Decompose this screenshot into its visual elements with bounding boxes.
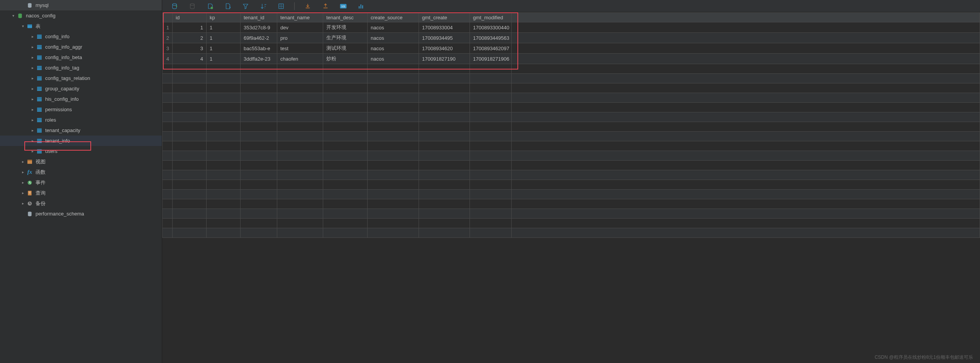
cell-create_source[interactable]: nacos [368, 33, 419, 43]
col-header-create_source[interactable]: create_source [368, 13, 419, 22]
import-icon[interactable] [303, 2, 312, 11]
abc-icon[interactable]: 101 [339, 2, 348, 11]
cell-create_source[interactable]: nacos [368, 22, 419, 33]
chevron-right-icon[interactable]: ▸ [29, 34, 36, 39]
tree-item-config_info_beta[interactable]: ▸config_info_beta [0, 52, 162, 63]
chevron-right-icon[interactable]: ▸ [19, 170, 26, 174]
cell-create_source[interactable]: nacos [368, 43, 419, 54]
tree-item-备份[interactable]: ▸备份 [0, 198, 162, 209]
tree-item-users[interactable]: ▸users [0, 146, 162, 156]
tree-item-视图[interactable]: ▸视图 [0, 156, 162, 167]
chevron-right-icon[interactable]: ▸ [29, 45, 36, 49]
tree-item-config_info_tag[interactable]: ▸config_info_tag [0, 63, 162, 73]
cell-id[interactable]: 4 [173, 54, 207, 64]
cell-gmt_create[interactable]: 170091827190 [419, 54, 470, 64]
cell-gmt_modified[interactable]: 1700893462097 [470, 43, 512, 54]
commit-icon[interactable] [205, 2, 215, 11]
tree-item-permissions[interactable]: ▸permissions [0, 104, 162, 115]
tree-item-group_capacity[interactable]: ▸group_capacity [0, 83, 162, 94]
table-row[interactable]: 22169f9a462-2pro生产环境nacos170089344951700… [163, 33, 980, 43]
chevron-right-icon[interactable]: ▸ [29, 97, 36, 101]
tree-item-his_config_info[interactable]: ▸his_config_info [0, 94, 162, 104]
cell-tenant_id[interactable]: 69f9a462-2 [241, 33, 277, 43]
chevron-right-icon[interactable]: ▸ [29, 128, 36, 132]
tree-item-config_tags_relation[interactable]: ▸config_tags_relation [0, 73, 162, 83]
cell-tenant_name[interactable]: chaofen [277, 54, 323, 64]
svg-rect-53 [27, 159, 32, 161]
tree-item-nacos_config[interactable]: ▾nacos_config [0, 10, 162, 21]
cell-kp[interactable]: 1 [207, 22, 241, 33]
chevron-right-icon[interactable]: ▸ [29, 149, 36, 153]
cell-tenant_id[interactable]: 3ddffa2e-23 [241, 54, 277, 64]
col-header-gmt_create[interactable]: gmt_create [419, 13, 470, 22]
col-header-tenant_name[interactable]: tenant_name [277, 13, 323, 22]
chevron-right-icon[interactable]: ▸ [29, 66, 36, 70]
data-grid[interactable]: idkptenant_idtenant_nametenant_desccreat… [162, 12, 980, 238]
empty-cell [368, 228, 419, 238]
tree-item-表[interactable]: ▾表 [0, 21, 162, 31]
cell-kp[interactable]: 1 [207, 54, 241, 64]
col-header-kp[interactable]: kp [207, 13, 241, 22]
cell-gmt_create[interactable]: 17008933004 [419, 22, 470, 33]
col-header-id[interactable]: id [173, 13, 207, 22]
cell-kp[interactable]: 1 [207, 43, 241, 54]
tree-item-config_info_aggr[interactable]: ▸config_info_aggr [0, 42, 162, 52]
chevron-right-icon[interactable]: ▸ [29, 118, 36, 122]
chevron-right-icon[interactable]: ▸ [29, 76, 36, 80]
cell-tenant_id[interactable]: bac553ab-e [241, 43, 277, 54]
col-header-tenant_id[interactable]: tenant_id [241, 13, 277, 22]
chevron-right-icon[interactable]: ▸ [19, 180, 26, 185]
table-row[interactable]: 4413ddffa2e-23chaofen炒粉nacos170091827190… [163, 54, 980, 64]
cell-id[interactable]: 2 [173, 33, 207, 43]
export-icon[interactable] [321, 2, 330, 11]
grid-icon[interactable] [276, 2, 286, 11]
col-header-tenant_desc[interactable]: tenant_desc [323, 13, 368, 22]
cell-tenant_desc[interactable]: 测试环境 [323, 43, 368, 54]
cell-kp[interactable]: 1 [207, 33, 241, 43]
chevron-right-icon[interactable]: ▸ [29, 107, 36, 112]
tree-item-performance_schema[interactable]: performance_schema [0, 209, 162, 219]
cell-tenant_desc[interactable]: 生产环境 [323, 33, 368, 43]
tree-item-config_info[interactable]: ▸config_info [0, 31, 162, 42]
chevron-down-icon[interactable]: ▾ [10, 14, 17, 18]
empty-cell [277, 74, 323, 83]
db-refresh-icon[interactable] [188, 2, 197, 11]
document-icon[interactable] [223, 2, 232, 11]
chevron-right-icon[interactable]: ▸ [19, 191, 26, 195]
cell-gmt_create[interactable]: 17008934495 [419, 33, 470, 43]
cell-create_source[interactable]: nacos [368, 54, 419, 64]
cell-id[interactable]: 1 [173, 22, 207, 33]
tree-item-tenant_capacity[interactable]: ▸tenant_capacity [0, 125, 162, 136]
sort-icon[interactable] [259, 2, 268, 11]
table-row[interactable]: 331bac553ab-etest测试环境nacos17008934620170… [163, 43, 980, 54]
cell-tenant_desc[interactable]: 炒粉 [323, 54, 368, 64]
cell-tenant_id[interactable]: 353d27c8-9 [241, 22, 277, 33]
cell-tenant_name[interactable]: dev [277, 22, 323, 33]
chevron-right-icon[interactable]: ▸ [19, 159, 26, 164]
db-run-icon[interactable] [170, 2, 179, 11]
chevron-right-icon[interactable]: ▸ [19, 201, 26, 205]
filter-icon[interactable] [241, 2, 250, 11]
col-header-gmt_modified[interactable]: gmt_modified [470, 13, 512, 22]
chevron-right-icon[interactable]: ▸ [29, 87, 36, 91]
cell-tenant_name[interactable]: test [277, 43, 323, 54]
cell-gmt_create[interactable]: 17008934620 [419, 43, 470, 54]
cell-id[interactable]: 3 [173, 43, 207, 54]
tree-item-函数[interactable]: ▸fx函数 [0, 167, 162, 177]
cell-tenant_desc[interactable]: 开发环境 [323, 22, 368, 33]
tree-item-tenant_info[interactable]: ▸tenant_info [0, 136, 162, 146]
cell-gmt_modified[interactable]: 1700918271906 [470, 54, 512, 64]
empty-cell [173, 103, 207, 112]
tree-item-roles[interactable]: ▸roles [0, 115, 162, 125]
cell-gmt_modified[interactable]: 1700893449563 [470, 33, 512, 43]
chevron-right-icon[interactable]: ▸ [29, 55, 36, 59]
cell-gmt_modified[interactable]: 1700893300440 [470, 22, 512, 33]
tree-item-查询[interactable]: ▸查询 [0, 188, 162, 198]
tree-item-事件[interactable]: ▸事件 [0, 177, 162, 188]
cell-tenant_name[interactable]: pro [277, 33, 323, 43]
table-row[interactable]: 111353d27c8-9dev开发环境nacos170089330041700… [163, 22, 980, 33]
chart-icon[interactable] [356, 2, 366, 11]
chevron-down-icon[interactable]: ▾ [19, 24, 26, 28]
chevron-right-icon[interactable]: ▸ [29, 139, 36, 143]
tree-item-mysql[interactable]: mysql [0, 0, 162, 10]
